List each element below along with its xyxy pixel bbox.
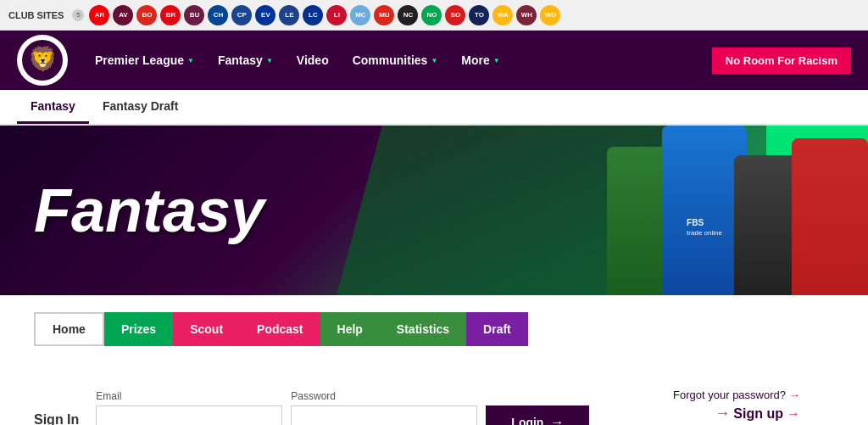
club-icon-leicester[interactable]: LC [303,5,323,25]
nav-link-more[interactable]: More▼ [451,47,509,74]
club-icon-arsenal[interactable]: AR [89,5,109,25]
club-icon-southampton[interactable]: SO [445,5,465,25]
nav-dropdown-icon: ▼ [187,57,194,64]
logo-area[interactable]: 🦁 [17,35,68,86]
signup-link[interactable]: → Sign up → [715,405,800,422]
signin-label: Sign In [34,389,79,425]
club-icon-spurs[interactable]: TO [469,5,489,25]
fantasy-menu-help[interactable]: Help [320,312,380,346]
nav-right: No Room For Racism [712,53,851,68]
fantasy-menu-podcast[interactable]: Podcast [240,312,320,346]
email-field-group: Email [96,390,282,425]
forgot-password-link[interactable]: Forgot your password? → [673,389,800,401]
club-icon-wolves[interactable]: WO [540,5,560,25]
email-label: Email [96,390,282,402]
hero-banner: Fantasy FBStrade online [0,126,868,295]
login-label: Login [511,416,543,425]
signup-text: Sign up [733,406,783,422]
sub-nav: FantasyFantasy Draft [0,90,868,126]
nav-link-fantasy[interactable]: Fantasy▼ [208,47,283,74]
club-icon-everton[interactable]: EV [255,5,275,25]
signin-section: Sign In Email Password Login → Forgot yo… [0,363,868,425]
club-icon-leeds[interactable]: LE [279,5,299,25]
club-count-badge: 5 [72,9,84,21]
nav-link-premier-league[interactable]: Premier League▼ [85,47,204,74]
page-wrapper: CLUB SITES 5 ARAVBOBRBUCHCPEVLELCLIMCMUN… [0,0,868,425]
nav-link-communities[interactable]: Communities▼ [342,47,448,74]
club-icon-aston-villa[interactable]: AV [113,5,133,25]
pl-logo: 🦁 [17,35,68,86]
club-bar: CLUB SITES 5 ARAVBOBRBUCHCPEVLELCLIMCMUN… [0,0,868,31]
email-input[interactable] [96,405,282,425]
player-silhouette-4 [792,138,868,295]
password-input[interactable] [291,405,477,425]
club-icon-norwich[interactable]: NO [421,5,442,25]
fantasy-menu-home[interactable]: Home [34,312,104,346]
club-icon-watford[interactable]: WA [492,5,513,25]
signin-fields: Email Password Login → [96,389,589,425]
club-icon-chelsea[interactable]: CH [208,5,228,25]
login-button[interactable]: Login → [486,405,589,425]
club-icon-brentford[interactable]: BR [160,5,181,25]
fantasy-menu-draft[interactable]: Draft [466,312,528,346]
nav-links: Premier League▼Fantasy▼VideoCommunities▼… [85,47,712,74]
club-icon-newcastle[interactable]: NC [398,5,418,25]
nav-dropdown-icon: ▼ [431,57,437,64]
club-bar-label: CLUB SITES [8,10,64,20]
sub-nav-link-fantasy-draft[interactable]: Fantasy Draft [89,91,192,124]
club-icon-liverpool[interactable]: LI [326,5,347,25]
forgot-arrow-icon: → [789,389,800,401]
nav-dropdown-icon: ▼ [493,57,500,64]
club-icon-bournemouth[interactable]: BO [136,5,157,25]
password-label: Password [291,390,477,402]
sub-nav-link-fantasy[interactable]: Fantasy [17,91,89,124]
fantasy-menu: HomePrizesScoutPodcastHelpStatisticsDraf… [0,295,868,363]
login-arrow-icon: → [550,415,564,425]
signup-arrow-icon: → [715,405,730,422]
fantasy-menu-scout[interactable]: Scout [173,312,240,346]
nav-link-video[interactable]: Video [287,47,339,74]
no-racism-badge: No Room For Racism [712,48,851,74]
fantasy-menu-statistics[interactable]: Statistics [380,312,466,346]
club-icon-crystal-palace[interactable]: CP [231,5,252,25]
signin-right: Forgot your password? → → Sign up → [673,389,800,422]
fantasy-menu-prizes[interactable]: Prizes [104,312,173,346]
club-icons: ARAVBOBRBUCHCPEVLELCLIMCMUNCNOSOTOWAWHWO [89,5,560,25]
password-field-group: Password [291,390,477,425]
club-icon-man-city[interactable]: MC [350,5,370,25]
hero-title: Fantasy [0,176,264,245]
club-icon-man-united[interactable]: MU [374,5,394,25]
signup-arrow2-icon: → [787,406,800,422]
club-icon-burnley[interactable]: BU [184,5,204,25]
svg-text:🦁: 🦁 [28,45,58,73]
main-nav: 🦁 Premier League▼Fantasy▼VideoCommunitie… [0,31,868,90]
forgot-password-text: Forgot your password? [673,389,786,401]
nav-dropdown-icon: ▼ [266,57,273,64]
hero-players: FBStrade online [607,126,868,295]
club-icon-west-ham[interactable]: WH [516,5,537,25]
